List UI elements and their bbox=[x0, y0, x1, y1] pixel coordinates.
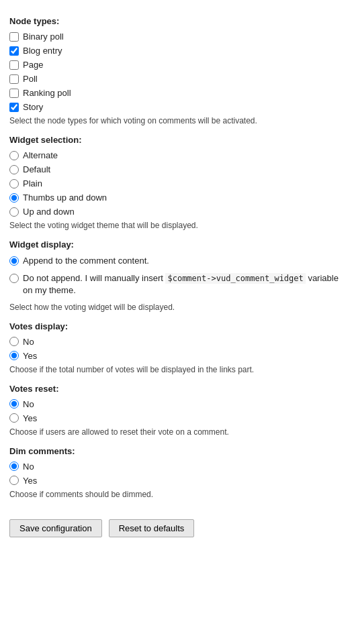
widget-selection-label: Widget selection: bbox=[9, 135, 343, 145]
votes-display-no[interactable]: No bbox=[9, 337, 343, 347]
votes-display-no-radio[interactable] bbox=[9, 337, 19, 346]
dim-comments-help: Choose if comments should be dimmed. bbox=[9, 490, 343, 499]
dim-comments-group: No Yes bbox=[9, 462, 343, 486]
widget-up-and-down-label: Up and down bbox=[23, 207, 75, 217]
widget-thumbs-up-down[interactable]: Thumbs up and down bbox=[9, 193, 343, 203]
dim-comments-label: Dim comments: bbox=[9, 446, 343, 456]
dim-comments-no-label: No bbox=[23, 462, 34, 472]
node-type-story-label: Story bbox=[23, 102, 43, 112]
widget-display-help: Select how the voting widget will be dis… bbox=[9, 303, 343, 312]
votes-reset-help: Choose if users are allowed to reset the… bbox=[9, 427, 343, 437]
widget-selection-group: Alternate Default Plain Thumbs up and do… bbox=[9, 150, 343, 217]
widget-display-code: $comment->vud_comment_widget bbox=[165, 273, 305, 284]
dim-comments-yes-radio[interactable] bbox=[9, 476, 19, 485]
votes-reset-no-radio[interactable] bbox=[9, 399, 19, 409]
widget-up-and-down-radio[interactable] bbox=[9, 207, 19, 217]
widget-display-manual-radio[interactable] bbox=[9, 274, 19, 283]
votes-reset-yes-label: Yes bbox=[23, 413, 37, 423]
node-type-blog-entry[interactable]: Blog entry bbox=[9, 46, 343, 56]
dim-comments-no-radio[interactable] bbox=[9, 462, 19, 471]
node-type-binary-poll[interactable]: Binary poll bbox=[9, 32, 343, 42]
dim-comments-yes[interactable]: Yes bbox=[9, 476, 343, 486]
widget-display-manual-option: Do not append. I will manually insert $c… bbox=[9, 272, 343, 297]
dim-comments-yes-label: Yes bbox=[23, 476, 37, 486]
node-types-group: Binary poll Blog entry Page Poll Ranking… bbox=[9, 32, 343, 112]
votes-reset-group: No Yes bbox=[9, 399, 343, 423]
widget-display-append-radio[interactable] bbox=[9, 256, 19, 266]
node-type-binary-poll-checkbox[interactable] bbox=[9, 32, 19, 42]
node-type-ranking-poll-checkbox[interactable] bbox=[9, 89, 19, 98]
widget-alternate-label: Alternate bbox=[23, 150, 58, 160]
node-type-ranking-poll[interactable]: Ranking poll bbox=[9, 88, 343, 98]
button-row: Save configuration Reset to defaults bbox=[9, 519, 343, 537]
widget-default-radio[interactable] bbox=[9, 165, 19, 174]
widget-thumbs-up-down-radio[interactable] bbox=[9, 193, 19, 203]
votes-reset-yes-radio[interactable] bbox=[9, 413, 19, 423]
votes-reset-yes[interactable]: Yes bbox=[9, 413, 343, 423]
widget-plain-label: Plain bbox=[23, 178, 42, 189]
widget-display-append-option: Append to the comment content. bbox=[9, 255, 343, 267]
node-type-ranking-poll-label: Ranking poll bbox=[23, 88, 71, 98]
votes-reset-label: Votes reset: bbox=[9, 384, 343, 394]
node-type-page[interactable]: Page bbox=[9, 60, 343, 70]
votes-display-yes[interactable]: Yes bbox=[9, 351, 343, 361]
votes-display-yes-radio[interactable] bbox=[9, 351, 19, 360]
dim-comments-no[interactable]: No bbox=[9, 462, 343, 472]
widget-display-append-label: Append to the comment content. bbox=[23, 255, 149, 267]
node-type-blog-entry-checkbox[interactable] bbox=[9, 46, 19, 56]
node-types-help: Select the node types for which voting o… bbox=[9, 116, 343, 125]
node-type-page-label: Page bbox=[23, 60, 43, 70]
node-type-story[interactable]: Story bbox=[9, 102, 343, 112]
widget-alternate-radio[interactable] bbox=[9, 151, 19, 160]
widget-alternate[interactable]: Alternate bbox=[9, 150, 343, 160]
node-types-label: Node types: bbox=[9, 16, 343, 26]
node-type-story-checkbox[interactable] bbox=[9, 103, 19, 112]
widget-thumbs-up-down-label: Thumbs up and down bbox=[23, 193, 107, 203]
reset-button[interactable]: Reset to defaults bbox=[109, 519, 195, 537]
votes-display-yes-label: Yes bbox=[23, 351, 37, 361]
widget-up-and-down[interactable]: Up and down bbox=[9, 207, 343, 217]
votes-reset-no-label: No bbox=[23, 399, 34, 409]
widget-plain[interactable]: Plain bbox=[9, 178, 343, 189]
widget-display-manual-label: Do not append. I will manually insert $c… bbox=[23, 272, 343, 297]
votes-reset-no[interactable]: No bbox=[9, 399, 343, 409]
widget-default[interactable]: Default bbox=[9, 164, 343, 174]
votes-display-group: No Yes bbox=[9, 337, 343, 361]
node-type-poll-checkbox[interactable] bbox=[9, 74, 19, 84]
votes-display-no-label: No bbox=[23, 337, 34, 347]
votes-display-help: Choose if the total number of votes will… bbox=[9, 365, 343, 374]
widget-display-label: Widget display: bbox=[9, 239, 343, 250]
save-button[interactable]: Save configuration bbox=[9, 519, 102, 537]
votes-display-label: Votes display: bbox=[9, 321, 343, 331]
widget-plain-radio[interactable] bbox=[9, 179, 19, 189]
widget-default-label: Default bbox=[23, 164, 50, 174]
node-type-poll-label: Poll bbox=[23, 74, 38, 84]
node-type-blog-entry-label: Blog entry bbox=[23, 46, 62, 56]
node-type-poll[interactable]: Poll bbox=[9, 74, 343, 84]
widget-selection-help: Select the voting widget theme that will… bbox=[9, 221, 343, 230]
node-type-binary-poll-label: Binary poll bbox=[23, 32, 64, 42]
node-type-page-checkbox[interactable] bbox=[9, 60, 19, 70]
